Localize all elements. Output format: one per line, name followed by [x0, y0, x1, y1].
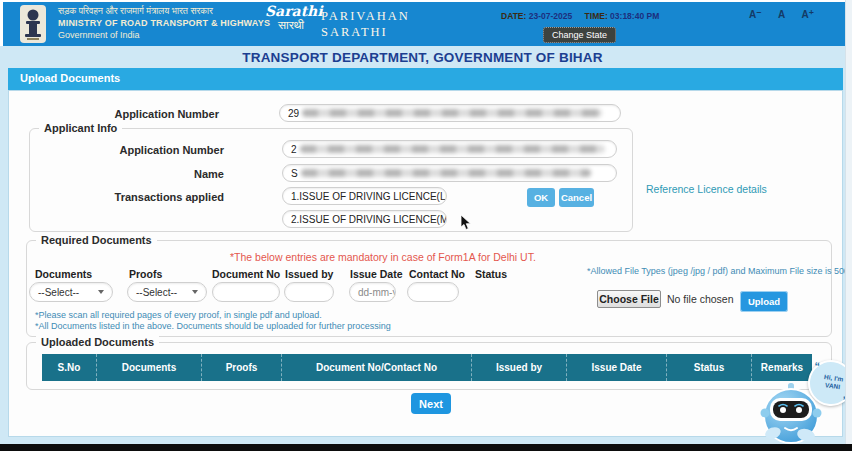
documents-select[interactable]: --Select--	[29, 282, 113, 302]
time-value: 03:18:40 PM	[610, 11, 659, 21]
reference-licence-details-link[interactable]: Reference Licence details	[646, 183, 767, 195]
app-header: सड़क परिवहन और राजमार्ग मंत्रालय भारत सर…	[0, 0, 845, 46]
ministry-name-hindi: सड़क परिवहन और राजमार्ग मंत्रालय भारत सर…	[58, 6, 213, 17]
main-panel: Application Number 29 Applicant Info App…	[8, 90, 843, 437]
applicant-info-legend: Applicant Info	[39, 122, 122, 134]
mouse-cursor-icon	[460, 215, 472, 231]
applicant-info-fieldset: Applicant Info Application Number 2 Name…	[29, 128, 633, 232]
chevron-down-icon	[98, 290, 104, 294]
scan-note: *Please scan all required pages of every…	[35, 310, 322, 320]
status-header: Status	[667, 354, 752, 381]
issue-date-placeholder: dd-mm-yy	[358, 287, 396, 298]
issued-by-input[interactable]	[284, 282, 334, 302]
applicant-application-number-input[interactable]: 2	[282, 140, 617, 158]
date-value: 23-07-2025	[529, 11, 572, 21]
emblem-of-india-icon	[20, 5, 46, 43]
contact-no-input[interactable]	[407, 282, 459, 302]
issue-date-header: Issue Date	[567, 354, 667, 381]
no-file-chosen-text: No file chosen	[667, 293, 734, 305]
sno-header: S.No	[42, 354, 97, 381]
application-number-label: Application Number	[85, 108, 219, 120]
cancel-button[interactable]: Cancel	[559, 188, 594, 207]
applicant-application-number-label: Application Number	[90, 144, 224, 156]
scrollbar[interactable]	[845, 0, 852, 444]
docno-contact-header: Document No/Contact No	[282, 354, 472, 381]
contact-no-column-label: Contact No	[409, 268, 465, 280]
allowed-file-types-note: *Allowed File Types (jpeg /jpg / pdf) an…	[587, 266, 852, 276]
time-label: TIME:	[585, 11, 608, 21]
font-decrease-button[interactable]: A⁻	[749, 9, 762, 20]
font-size-controls: A⁻ A A⁺	[749, 9, 828, 20]
chatbot-avatar[interactable]	[758, 380, 824, 446]
sarathi-logo: Sarathi सारथी	[265, 4, 317, 32]
upload-button[interactable]: Upload	[740, 291, 788, 312]
documents-listed-note: *All Documents listed in the above. Docu…	[35, 321, 391, 331]
datetime-display: DATE: 23-07-2025 TIME: 03:18:40 PM	[501, 11, 669, 21]
uploaded-documents-legend: Uploaded Documents	[36, 336, 159, 348]
remarks-header: Remarks	[752, 354, 812, 381]
redacted-value	[300, 145, 605, 153]
issue-date-input[interactable]: dd-mm-yy	[349, 282, 396, 302]
ok-button[interactable]: OK	[527, 188, 555, 207]
name-input[interactable]: S	[282, 164, 617, 182]
page-title: TRANSPORT DEPARTMENT, GOVERNMENT OF BIHA…	[0, 50, 845, 65]
change-state-button[interactable]: Change State	[543, 27, 616, 43]
font-increase-button[interactable]: A⁺	[802, 9, 815, 20]
document-no-input[interactable]	[212, 282, 280, 302]
proofs-column-label: Proofs	[129, 268, 162, 280]
section-title: Upload Documents	[8, 68, 843, 84]
brand-line-sarathi: SARATHI	[321, 24, 410, 40]
redacted-value	[301, 169, 591, 177]
sarathi-logo-devanagari: सारथी	[265, 19, 317, 32]
transactions-applied-label: Transactions applied	[90, 191, 224, 203]
redacted-value	[302, 109, 602, 117]
documents-select-value: --Select--	[38, 287, 79, 298]
documents-header: Documents	[97, 354, 202, 381]
bottom-black-bar	[0, 444, 852, 451]
government-of-india-label: Government of India	[58, 30, 140, 40]
name-value: S	[291, 168, 298, 179]
applicant-application-number-value: 2	[291, 144, 297, 155]
font-normal-button[interactable]: A	[778, 9, 785, 20]
uploaded-documents-fieldset: Uploaded Documents S.No Documents Proofs…	[26, 342, 832, 390]
upload-documents-screen: सड़क परिवहन और राजमार्ग मंत्रालय भारत सर…	[0, 0, 852, 451]
ministry-name-english: MINISTRY OF ROAD TRANSPORT & HIGHWAYS	[58, 18, 270, 28]
application-number-input[interactable]: 29	[279, 104, 621, 122]
issue-date-column-label: Issue Date	[350, 268, 403, 280]
name-label: Name	[90, 168, 224, 180]
documents-column-label: Documents	[35, 268, 92, 280]
brand-line-parivahan: PARIVAHAN	[321, 8, 410, 24]
required-documents-fieldset: Required Documents *The below entries ar…	[26, 240, 832, 337]
chevron-down-icon	[192, 290, 198, 294]
transaction-item-1[interactable]: 1.ISSUE OF DRIVING LICENCE(LMV)	[282, 187, 447, 205]
required-documents-legend: Required Documents	[36, 234, 157, 246]
proofs-select[interactable]: --Select--	[127, 282, 207, 302]
mandatory-note: *The below entries are mandatory in case…	[230, 251, 536, 263]
status-column-label: Status	[475, 268, 507, 280]
proofs-header: Proofs	[202, 354, 282, 381]
upload-documents-section-bar: Upload Documents	[8, 68, 843, 90]
document-no-column-label: Document No	[212, 268, 280, 280]
uploaded-documents-table-header: S.No Documents Proofs Document No/Contac…	[42, 354, 812, 381]
transaction-item-2[interactable]: 2.ISSUE OF DRIVING LICENCE(MCWG)	[282, 210, 447, 228]
date-label: DATE:	[501, 11, 526, 21]
issued-by-column-label: Issued by	[285, 268, 333, 280]
open-quote-icon: “	[813, 360, 820, 373]
parivahan-sarathi-brand: PARIVAHAN SARATHI	[321, 8, 410, 40]
sarathi-logo-latin: Sarathi	[265, 4, 317, 19]
issued-by-header: Issued by	[472, 354, 567, 381]
next-button[interactable]: Next	[411, 393, 451, 414]
proofs-select-value: --Select--	[136, 287, 177, 298]
application-number-value: 29	[288, 108, 299, 119]
choose-file-button[interactable]: Choose File	[597, 290, 661, 308]
